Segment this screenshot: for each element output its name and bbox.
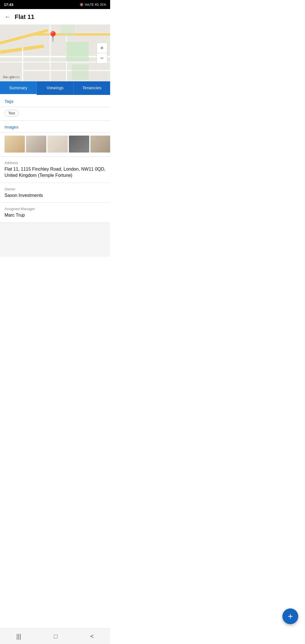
tags-row: Test	[0, 107, 110, 121]
signal-text: VoLTE 4G	[85, 3, 99, 6]
map-zoom-controls: + −	[97, 43, 107, 64]
map-background: 📍 Googleoss	[0, 25, 110, 81]
manager-section: Assigned Manager Marc Trup	[0, 203, 110, 223]
owner-label: Owner	[5, 187, 106, 191]
images-section-header: Images	[0, 121, 110, 133]
status-bar: 17:43 🔇 VoLTE 4G 31%	[0, 0, 110, 9]
tab-tenancies[interactable]: Tenancies	[74, 81, 110, 95]
status-icons: 🔇 VoLTE 4G 31%	[80, 3, 106, 6]
image-thumb-1[interactable]	[5, 136, 25, 153]
image-thumb-2[interactable]	[26, 136, 46, 153]
app-bar: ← Flat 11	[0, 9, 110, 25]
manager-label: Assigned Manager	[5, 207, 106, 211]
owner-section: Owner Saxon Investments	[0, 183, 110, 203]
back-button[interactable]: ←	[5, 13, 11, 21]
tag-chip-test[interactable]: Test	[5, 110, 19, 116]
map-container[interactable]: 📍 Googleoss + −	[0, 25, 110, 81]
owner-value: Saxon Investments	[5, 192, 106, 199]
address-value: Flat 11, 1115 Finchley Road, London, NW1…	[5, 166, 106, 179]
image-thumb-3[interactable]	[47, 136, 68, 153]
tags-section-header: Tags	[0, 95, 110, 107]
battery-text: 31%	[100, 3, 106, 6]
image-thumb-4[interactable]	[69, 136, 89, 153]
tab-viewings[interactable]: Viewings	[37, 81, 73, 95]
images-title: Images	[5, 125, 18, 129]
zoom-out-button[interactable]: −	[97, 53, 107, 63]
images-row[interactable]	[0, 133, 110, 157]
page-title: Flat 11	[15, 13, 34, 21]
main-content: Tags Test Images Address Flat 11, 1115 F…	[0, 95, 110, 257]
address-section: Address Flat 11, 1115 Finchley Road, Lon…	[0, 157, 110, 183]
google-logo: Googleoss	[3, 75, 20, 79]
manager-value: Marc Trup	[5, 212, 106, 218]
tab-summary[interactable]: Summary	[0, 81, 37, 95]
mute-icon: 🔇	[80, 3, 84, 6]
tabs-bar: Summary Viewings Tenancies	[0, 81, 110, 95]
status-time: 17:43	[4, 3, 13, 7]
image-thumb-5[interactable]	[90, 136, 110, 153]
zoom-in-button[interactable]: +	[97, 43, 107, 53]
map-pin: 📍	[47, 32, 59, 42]
address-label: Address	[5, 161, 106, 165]
tags-title: Tags	[5, 99, 14, 104]
